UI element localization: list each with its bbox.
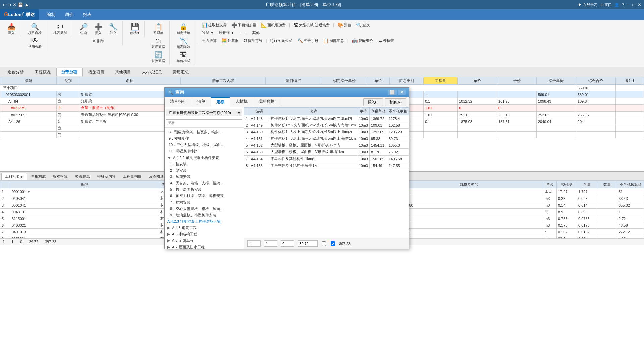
dialog-table-row[interactable]: 3 A4-150 构件体积1m3以上,面积5m2以内,长5m以上 1km内 10… — [244, 129, 409, 135]
dialog-footer-input3[interactable] — [281, 240, 294, 247]
minimize-btn[interactable]: ─ — [627, 2, 630, 7]
dialog-table-row[interactable]: 6 A4-153 大型墙板、楼板、屋面板、V形折板 每增1km 10m3 81.… — [244, 149, 409, 156]
tab-cost-analysis[interactable]: 造价分析 — [3, 68, 29, 76]
dialog-tab-my-data[interactable]: 我的数据 — [253, 97, 280, 107]
ribbon-extract[interactable]: 📊 提取校支撑 — [201, 21, 228, 28]
user-btn[interactable]: 👤 — [614, 3, 619, 7]
dialog-insert-btn[interactable]: 插入(I) — [363, 98, 383, 106]
ribbon-calculator[interactable]: 🧮 计算器 — [220, 37, 240, 44]
ribbon-add-qty[interactable]: ➕ 子目增加量 — [230, 21, 258, 28]
bottom-tab-convert-info[interactable]: 换算信息 — [71, 173, 94, 180]
tab-project-overview[interactable]: 工程概况 — [30, 68, 56, 76]
menu-report[interactable]: 报表 — [78, 10, 96, 20]
dialog-maximize-btn[interactable]: ⬜ — [388, 90, 397, 95]
tree-item-9[interactable]: 9．楼梯制作 — [166, 135, 242, 142]
ribbon-filter[interactable]: 过滤 ▼ — [201, 30, 215, 36]
ribbon-import[interactable]: 📥 导入 — [5, 22, 18, 36]
ribbon-expand[interactable]: 展开到 ▼ — [217, 30, 236, 36]
dialog-tab-labor-material[interactable]: 人材机 — [230, 97, 253, 107]
dialog-table-row[interactable]: 8 A4-155 零星构件及其他构件 每增1km 10m3 154.49 147… — [244, 162, 409, 169]
tree-parent-a422[interactable]: ▼ A.4.2.2 预制混凝土构件安装 — [166, 155, 242, 161]
dialog-search-input[interactable] — [166, 119, 242, 126]
dialog-close-btn[interactable]: ✕ — [398, 90, 406, 95]
tree-item-beam[interactable]: 2．梁安装 — [169, 167, 242, 174]
tree-parent-a5[interactable]: ▶ A.5 木结构工程 — [166, 231, 242, 237]
ribbon-move-up[interactable]: ↑ — [238, 30, 243, 36]
window-btn[interactable]: ⊞ 窗口 — [600, 2, 612, 7]
maximize-btn[interactable]: □ — [632, 2, 635, 7]
toolbar-undo[interactable]: ↩ — [3, 2, 6, 7]
ribbon-cloud-check[interactable]: ☁ 云检查 — [376, 37, 395, 44]
dialog-table-row[interactable]: 1 A4-148 构件体积1m3以内,面积5m2以内,长5m以内 1km内 10… — [244, 115, 409, 122]
ribbon-area-fee[interactable]: 📐 面积增加费 — [260, 21, 287, 28]
help-btn[interactable]: ? — [622, 3, 624, 7]
tree-link-a423[interactable]: A.4.2.3 预制混凝土构件进场运输 — [166, 218, 242, 225]
ribbon-project-check[interactable]: 🔍 项目自检 — [26, 22, 43, 36]
bottom-tab-labor[interactable]: 工料机显示 — [1, 173, 27, 180]
tab-other-items[interactable]: 其他项目 — [110, 68, 136, 76]
dialog-footer-input4[interactable] — [298, 240, 318, 247]
online-learning[interactable]: ▶ 在线学习 — [578, 2, 598, 7]
ribbon-color[interactable]: 🎨 颜色 — [336, 21, 353, 28]
tab-labor-material[interactable]: 人材机汇总 — [137, 68, 167, 76]
dialog-footer-input2[interactable] — [264, 240, 277, 247]
dialog-footer-checkbox2[interactable] — [331, 241, 335, 246]
ribbon-region-type[interactable]: 🏷 地区类别 — [52, 22, 68, 36]
ribbon-common-view[interactable]: 👁 常用查看 — [26, 36, 43, 50]
dialog-tab-list[interactable]: 清单 — [192, 97, 211, 107]
tab-fee-summary[interactable]: 费用汇总 — [168, 68, 194, 76]
tree-item-col1[interactable]: 1．柱安装 — [169, 161, 242, 167]
ribbon-organize[interactable]: 📋 整理单 — [152, 22, 165, 36]
toolbar-up[interactable]: ▲ — [24, 2, 29, 7]
ribbon-archive[interactable]: 💾 存档▼ — [128, 22, 142, 36]
tree-item-roof-frame[interactable]: 3．屋架安装 — [169, 174, 242, 180]
ribbon-hardware[interactable]: 🔨 五金手册 — [296, 37, 320, 44]
ribbon-highness-effect[interactable]: 📉 超高降效 — [175, 36, 192, 50]
dialog-table-row[interactable]: 4 A4-151 构件体积1m3以上,面积5m2以内,长5m以上 每增1km 1… — [244, 135, 409, 142]
toolbar-delete[interactable]: ✕ — [13, 2, 16, 7]
dialog-footer-input1[interactable] — [247, 240, 261, 247]
bottom-tab-feature[interactable]: 特征及内容 — [94, 173, 119, 180]
ribbon-lock-list[interactable]: 🔒 锁定清单 — [175, 22, 192, 36]
tree-item-8[interactable]: 8．预应力稿条、挂瓦条、稿条… — [166, 129, 242, 135]
ribbon-find[interactable]: 🔍 查找 — [355, 21, 371, 28]
bottom-tab-std-convert[interactable]: 标准换算 — [49, 173, 71, 180]
dialog-table-row[interactable]: 2 A4-149 构件体积1m3以内,面积5m2以内,长5m以内 每增1km 1… — [244, 122, 409, 129]
dialog-table-row[interactable]: 7 A4-154 零星构件及其他构件 1km内 10m3 1501.85 140… — [244, 156, 409, 162]
tree-parent-a7[interactable]: ▶ A.7 屋面及防水工程 — [166, 244, 242, 249]
ribbon-special-char[interactable]: Ω 特殊符号 — [242, 37, 264, 44]
ribbon-earthwork[interactable]: 土方折算 — [201, 38, 218, 44]
tree-item-11[interactable]: 11．零星构件制作 — [166, 148, 242, 155]
ribbon-formula[interactable]: f(x) 图元公式 — [269, 37, 294, 44]
code-dropdown[interactable]: ▼ — [27, 190, 30, 194]
ribbon-delete[interactable]: ✕ 删除 — [91, 38, 106, 44]
toolbar-redo[interactable]: ↪ — [8, 2, 11, 7]
ribbon-move-down[interactable]: ↓ — [244, 30, 249, 36]
ribbon-insert[interactable]: ➕ 插入 — [92, 22, 105, 36]
dialog-replace-btn[interactable]: 替换(R) — [385, 98, 406, 106]
tree-item-hollow[interactable]: 8．空心大型墙板、楼板、屋面… — [169, 206, 242, 212]
tree-item-gutter[interactable]: 9．地沟盖板、小型构件安装 — [169, 212, 242, 218]
bottom-tab-unit-price[interactable]: 单价构成 — [27, 173, 49, 180]
ribbon-other[interactable]: 其他 — [251, 30, 261, 36]
ribbon-supplement[interactable]: 🔧 补充 — [106, 22, 120, 36]
dialog-quota-select[interactable]: 广东省建筑与装饰工程综合定额(2010) — [166, 109, 242, 116]
tree-item-slab[interactable]: 5．梭、层面板安装 — [169, 186, 242, 193]
dialog-table-row[interactable]: 5 A4-152 大型墙板、楼板、屋面板、V形折板 1km内 10m3 1454… — [244, 142, 409, 149]
dialog-right-table[interactable]: 编码 名称 单位 含税单价 不含税单价 1 A4-148 构件体 — [244, 107, 409, 238]
close-btn[interactable]: ✕ — [638, 2, 641, 7]
toolbar-save[interactable]: 💾 — [18, 2, 23, 7]
ribbon-local-summary[interactable]: 📋 局部汇总 — [322, 37, 345, 44]
ribbon-unit-price[interactable]: 🏗 单价构成 — [175, 50, 192, 64]
menu-price[interactable]: 调价 — [60, 10, 78, 20]
bottom-tab-qty-detail[interactable]: 工程量明细 — [119, 173, 145, 180]
ribbon-query[interactable]: 🔎 查询 — [77, 22, 90, 36]
tree-item-10[interactable]: 10．空心大型墙板、楼板、屋面… — [166, 142, 242, 148]
tab-measures[interactable]: 措施项目 — [83, 68, 109, 76]
tree-item-stair[interactable]: 7．楼梯安装 — [169, 199, 242, 206]
ribbon-reuse[interactable]: 🗂 复用数据 — [150, 36, 167, 50]
tree-item-prestress[interactable]: 6．预应力柱条、稿条、薄板安装 — [169, 193, 242, 199]
ribbon-replace-data[interactable]: 🔄 替换数据 — [150, 50, 167, 64]
dialog-tab-list-guide[interactable]: 清单指引 — [165, 97, 192, 107]
tab-section-items[interactable]: 分部分项 — [56, 68, 83, 76]
